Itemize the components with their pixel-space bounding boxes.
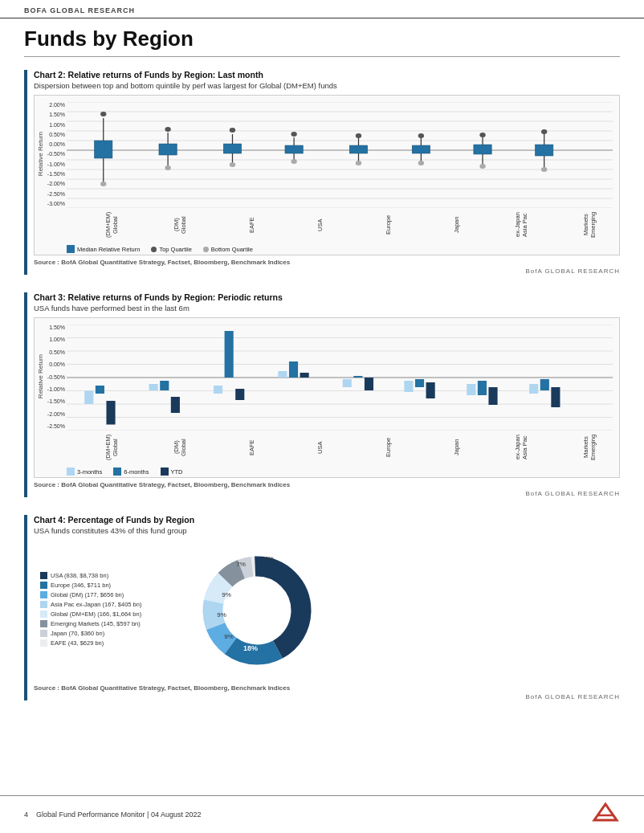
svg-point-36 bbox=[356, 161, 361, 165]
svg-rect-70 bbox=[278, 371, 287, 378]
svg-point-21 bbox=[165, 165, 170, 170]
svg-text:9%: 9% bbox=[222, 591, 231, 598]
page-footer: 4 Global Fund Performance Monitor | 04 A… bbox=[0, 795, 644, 833]
svg-rect-22 bbox=[223, 144, 241, 153]
page-number: 4 bbox=[24, 811, 28, 819]
svg-rect-71 bbox=[289, 361, 298, 378]
svg-point-16 bbox=[100, 182, 106, 186]
legend-median-box bbox=[67, 245, 75, 253]
svg-point-41 bbox=[418, 161, 424, 165]
svg-point-15 bbox=[100, 112, 106, 116]
svg-rect-65 bbox=[160, 381, 169, 390]
brand-label: BofA GLOBAL RESEARCH bbox=[24, 6, 135, 14]
svg-point-51 bbox=[541, 167, 547, 172]
svg-rect-76 bbox=[404, 381, 413, 392]
chart2-container: 1.50% 1.00% 0.50% 0.00% -0.50% -1.00% -1… bbox=[34, 317, 620, 478]
legend-3m-box bbox=[67, 468, 75, 476]
chart2-watermark: BofA GLOBAL RESEARCH bbox=[34, 490, 620, 497]
svg-text:9%: 9% bbox=[224, 633, 234, 640]
svg-rect-75 bbox=[365, 378, 373, 390]
svg-rect-61 bbox=[84, 391, 93, 405]
svg-rect-37 bbox=[412, 145, 430, 153]
svg-point-45 bbox=[479, 133, 485, 137]
chart3-title: Chart 4: Percentage of Funds by Region bbox=[34, 515, 620, 525]
chart1-legend: Median Relative Return Top Quartile Bott… bbox=[67, 245, 253, 253]
svg-point-20 bbox=[165, 127, 170, 132]
brand-logo bbox=[591, 801, 620, 828]
chart2-y-axis-label: Relative Return bbox=[35, 325, 46, 429]
svg-rect-17 bbox=[159, 144, 177, 155]
svg-point-40 bbox=[418, 133, 424, 138]
page-header: BofA GLOBAL RESEARCH bbox=[0, 0, 644, 18]
svg-rect-67 bbox=[214, 386, 222, 394]
page-title: Funds by Region bbox=[24, 27, 620, 57]
svg-rect-82 bbox=[529, 384, 538, 394]
svg-point-26 bbox=[230, 162, 235, 167]
chart3-section: Chart 4: Percentage of Funds by Region U… bbox=[24, 515, 620, 700]
chart3-subtitle: USA funds constitutes 43% of this fund g… bbox=[34, 526, 620, 535]
chart2-x-labels: Global (DM+EM) Global (DM) EAFE USA Euro… bbox=[67, 432, 613, 463]
pie-svg: 43% 18% 9% 9% 9% 7% 4% bbox=[193, 546, 321, 675]
svg-point-46 bbox=[479, 164, 485, 169]
svg-point-35 bbox=[356, 133, 361, 138]
legend-ytd-box bbox=[161, 468, 169, 476]
svg-text:9%: 9% bbox=[217, 611, 226, 619]
svg-rect-64 bbox=[149, 384, 158, 390]
chart2-section: Chart 3: Relative returns of Funds by Re… bbox=[24, 292, 620, 497]
svg-rect-12 bbox=[95, 141, 112, 158]
svg-text:18%: 18% bbox=[243, 644, 258, 652]
chart2-subtitle: USA funds have performed best in the las… bbox=[34, 304, 620, 312]
chart2-title: Chart 3: Relative returns of Funds by Re… bbox=[34, 292, 620, 302]
svg-rect-27 bbox=[285, 145, 303, 153]
chart2-svg bbox=[67, 325, 613, 431]
chart1-watermark: BofA GLOBAL RESEARCH bbox=[34, 267, 620, 275]
svg-rect-66 bbox=[171, 397, 180, 413]
report-title: Global Fund Performance Monitor | 04 Aug… bbox=[36, 811, 201, 819]
svg-point-30 bbox=[291, 132, 296, 137]
svg-rect-68 bbox=[225, 331, 234, 378]
svg-point-31 bbox=[291, 159, 296, 164]
chart2-legend: 3-months 6-months YTD bbox=[67, 468, 183, 476]
svg-text:7%: 7% bbox=[236, 561, 246, 568]
chart1-source: Source : BofA Global Quantitative Strate… bbox=[34, 259, 620, 266]
chart2-source: Source : BofA Global Quantitative Strate… bbox=[34, 481, 620, 488]
chart1-y-axis-label: Relative Return bbox=[35, 102, 46, 206]
chart1-title: Chart 2: Relative returns of Funds by Re… bbox=[34, 70, 620, 80]
bofa-logo-svg bbox=[591, 801, 620, 823]
svg-rect-72 bbox=[300, 373, 309, 378]
chart3-pie: 43% 18% 9% 9% 9% 7% 4% bbox=[193, 546, 321, 675]
svg-rect-80 bbox=[478, 381, 487, 395]
svg-rect-74 bbox=[353, 376, 362, 378]
page: BofA GLOBAL RESEARCH Funds by Region Cha… bbox=[0, 0, 644, 833]
legend-6m-box bbox=[113, 468, 121, 476]
svg-rect-62 bbox=[96, 386, 104, 394]
chart1-x-labels: Global (DM+EM) Global (DM) EAFE USA Euro… bbox=[67, 210, 613, 240]
chart1-subtitle: Dispersion between top and bottom quinti… bbox=[34, 81, 620, 90]
svg-rect-69 bbox=[235, 389, 244, 400]
svg-text:43%: 43% bbox=[260, 605, 278, 615]
legend-bottom-dot bbox=[203, 247, 209, 252]
main-content: Funds by Region Chart 2: Relative return… bbox=[0, 18, 644, 742]
chart3-source: Source : BofA Global Quantitative Strate… bbox=[34, 684, 620, 692]
svg-point-50 bbox=[541, 129, 547, 134]
svg-point-25 bbox=[230, 128, 235, 133]
svg-rect-32 bbox=[349, 145, 367, 153]
svg-rect-73 bbox=[343, 379, 352, 387]
svg-rect-77 bbox=[415, 379, 424, 387]
svg-rect-79 bbox=[467, 384, 475, 395]
chart3-content: USA (838, $8,738 bn) Europe (346, $711 b… bbox=[34, 540, 620, 681]
chart1-container: 2.00% 1.50% 1.00% 0.50% 0.00% -0.50% -1.… bbox=[34, 95, 620, 255]
chart3-watermark: BofA GLOBAL RESEARCH bbox=[34, 693, 620, 700]
svg-rect-63 bbox=[106, 401, 115, 425]
svg-rect-78 bbox=[426, 382, 435, 398]
chart1-svg bbox=[67, 102, 613, 208]
svg-rect-42 bbox=[474, 145, 491, 154]
chart1-section: Chart 2: Relative returns of Funds by Re… bbox=[24, 70, 620, 275]
svg-text:4%: 4% bbox=[264, 555, 274, 562]
svg-rect-81 bbox=[488, 387, 497, 405]
chart3-legend: USA (838, $8,738 bn) Europe (346, $711 b… bbox=[40, 572, 177, 649]
svg-rect-47 bbox=[536, 145, 553, 156]
svg-rect-83 bbox=[540, 379, 549, 390]
svg-rect-84 bbox=[551, 387, 560, 407]
legend-top-dot bbox=[151, 247, 157, 252]
